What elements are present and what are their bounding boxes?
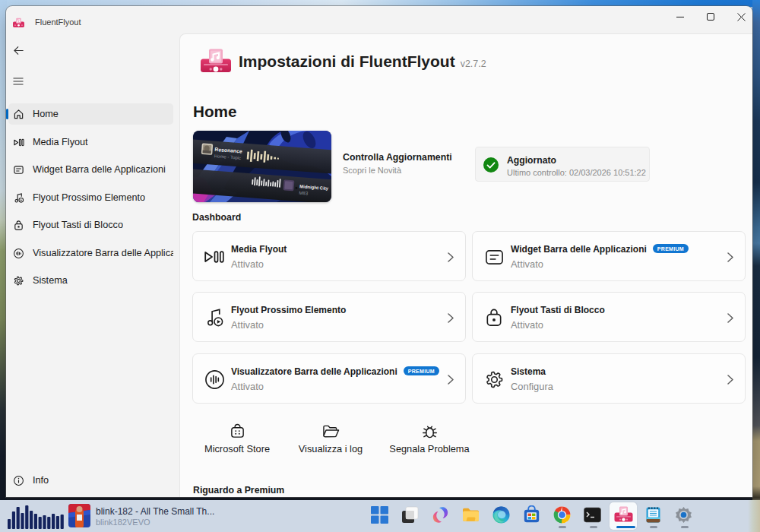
svg-text:M83: M83 bbox=[299, 191, 309, 196]
